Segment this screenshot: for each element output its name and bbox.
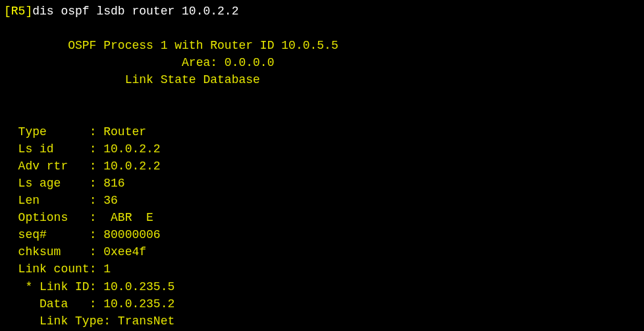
command-text: dis ospf lsdb router 10.0.2.2 — [32, 5, 238, 18]
lsa-advrtr-label: Adv rtr — [18, 160, 90, 173]
lsdb-title-line: Link State Database — [4, 71, 640, 88]
ospf-process-line: OSPF Process 1 with Router ID 10.0.5.5 — [4, 37, 640, 54]
lsa-chksum-value: 0xee4f — [103, 245, 146, 258]
lsa-link-data-value: 10.0.235.2 — [103, 297, 174, 311]
lsa-lsage-line: Ls age : 816 — [4, 175, 640, 192]
lsa-link-data-line: Data : 10.0.235.2 — [4, 295, 640, 313]
ospf-area-line: Area: 0.0.0.0 — [4, 54, 640, 71]
lsa-seq-line: seq# : 80000006 — [4, 226, 640, 243]
lsa-options-label: Options — [18, 211, 90, 224]
lsa-options-value: ABR E — [103, 211, 153, 224]
blank-line-1 — [4, 20, 640, 37]
lsa-chksum-line: chksum : 0xee4f — [4, 243, 640, 260]
blank-line-2 — [4, 88, 640, 105]
lsa-lsid-value: 10.0.2.2 — [103, 142, 160, 156]
lsa-seq-label: seq# — [18, 228, 90, 241]
lsa-seq-value: 80000006 — [103, 228, 160, 241]
lsa-lsage-label: Ls age — [18, 177, 90, 190]
lsa-type-label: Type — [18, 125, 90, 138]
lsa-advrtr-line: Adv rtr : 10.0.2.2 — [4, 158, 640, 175]
ospf-area-text: Area: 0.0.0.0 — [182, 56, 274, 69]
lsa-len-line: Len : 36 — [4, 192, 640, 209]
lsa-linkcount-line: Link count: 1 — [4, 260, 640, 278]
lsa-link-data-label: Data — [40, 297, 90, 311]
lsa-lsage-value: 816 — [103, 177, 124, 190]
lsdb-title-text: Link State Database — [125, 73, 260, 86]
lsa-len-value: 36 — [103, 194, 118, 207]
lsa-link-type-value: TransNet — [118, 315, 174, 328]
lsa-link-id-line: * Link ID: 10.0.235.5 — [4, 278, 640, 295]
lsa-linkcount-label: Link count — [18, 262, 90, 276]
lsa-chksum-label: chksum — [18, 245, 90, 258]
lsa-link-id-label: * Link ID — [25, 280, 89, 293]
lsa-lsid-label: Ls id — [18, 142, 90, 156]
lsa-advrtr-value: 10.0.2.2 — [103, 160, 160, 173]
lsa-link-type-line: Link Type: TransNet — [4, 313, 640, 330]
lsa-link-type-label: Link Type — [40, 315, 103, 328]
lsa-type-value: Router — [103, 125, 146, 138]
lsa-options-line: Options : ABR E — [4, 209, 640, 226]
blank-line-3 — [4, 106, 640, 123]
lsa-lsid-line: Ls id : 10.0.2.2 — [4, 140, 640, 158]
terminal-output[interactable]: [R5]dis ospf lsdb router 10.0.2.2 OSPF P… — [4, 3, 640, 331]
lsa-link-id-value: 10.0.235.5 — [103, 280, 174, 293]
lsa-len-label: Len — [18, 194, 90, 207]
ospf-process-text: OSPF Process 1 with Router ID 10.0.5.5 — [68, 39, 338, 52]
lsa-type-line: Type : Router — [4, 123, 640, 140]
lsa-linkcount-value: 1 — [103, 262, 111, 276]
prompt-host: [R5] — [4, 5, 32, 18]
command-line: [R5]dis ospf lsdb router 10.0.2.2 — [4, 3, 640, 20]
